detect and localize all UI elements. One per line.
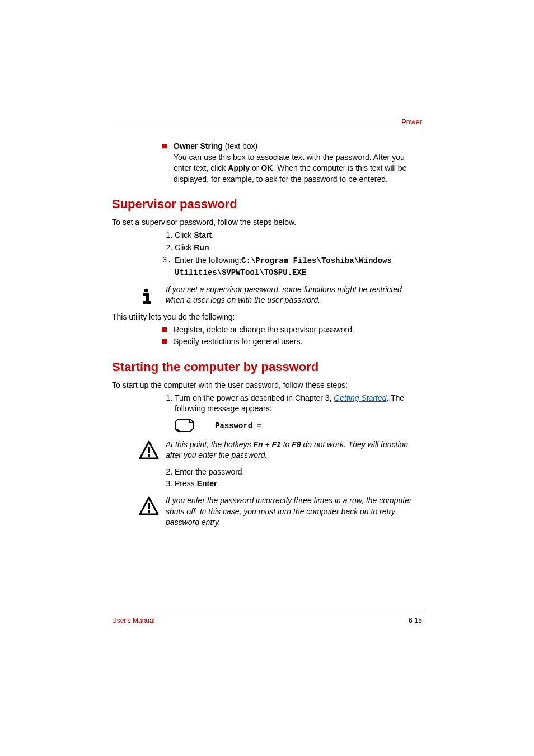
supervisor-steps: Click Start. Click Run.	[162, 230, 422, 253]
page-content: Owner String (text box) You can use this…	[112, 140, 422, 533]
supervisor-bullet-1: Register, delete or change the superviso…	[162, 325, 422, 336]
supervisor-bullet-1-text: Register, delete or change the superviso…	[174, 325, 422, 336]
starting-step-3: Press Enter.	[175, 478, 422, 490]
owner-string-title-rest: (text box)	[223, 142, 257, 151]
warning-1-text: At this point, the hotkeys Fn + F1 to F9…	[166, 439, 422, 461]
step2-bold: Run	[194, 243, 209, 252]
header-section-label: Power	[401, 118, 422, 126]
step3-body: Enter the following:C:\Program Files\Tos…	[175, 255, 422, 278]
st3-bold: Enter	[197, 479, 217, 488]
manual-page: Power Owner String (text box) You can us…	[0, 0, 534, 756]
header-rule	[112, 129, 422, 129]
owner-string-bullet: Owner String (text box) You can use this…	[162, 141, 422, 185]
bullet-icon	[162, 144, 167, 148]
bullet-icon	[162, 327, 167, 332]
supervisor-bullet-2-text: Specify restrictions for general users.	[174, 336, 422, 348]
svg-rect-6	[148, 447, 150, 453]
owner-string-ok: OK	[261, 163, 273, 172]
starting-intro: To start up the computer with the user p…	[112, 380, 422, 391]
owner-string-title-bold: Owner String	[174, 142, 223, 151]
supervisor-heading: Supervisor password	[112, 197, 422, 212]
step2-post: .	[209, 243, 211, 252]
w1-f9: F9	[292, 440, 301, 449]
info-callout: If you set a supervisor password, some f…	[139, 284, 422, 307]
supervisor-step-3: 3. Enter the following:C:\Program Files\…	[162, 255, 422, 278]
step2-pre: Click	[175, 243, 194, 252]
supervisor-step-1: Click Start.	[175, 230, 422, 241]
warning-2-text: If you enter the password incorrectly th…	[166, 495, 422, 528]
footer-right: 6-15	[409, 617, 422, 624]
supervisor-bullet-2: Specify restrictions for general users.	[162, 336, 422, 348]
st3-post: .	[217, 479, 219, 488]
svg-point-0	[144, 288, 148, 292]
warning-callout-2: If you enter the password incorrectly th…	[139, 495, 422, 528]
info-icon	[139, 285, 159, 307]
utility-line: This utility lets you do the following:	[112, 312, 422, 322]
svg-rect-3	[143, 301, 151, 304]
paper-icon	[175, 418, 197, 434]
step1-bold: Start	[194, 231, 212, 240]
warning-icon	[139, 496, 159, 518]
step1-pre: Click	[175, 231, 194, 240]
owner-string-apply: Apply	[228, 163, 250, 172]
step1-post: .	[212, 231, 214, 240]
w1-f1: F1	[272, 440, 281, 449]
svg-rect-2	[146, 293, 149, 302]
starting-heading: Starting the computer by password	[112, 360, 422, 374]
w1-plus: +	[263, 440, 272, 449]
svg-rect-9	[148, 503, 150, 509]
step3-num: 3.	[162, 255, 175, 278]
warning-callout-1: At this point, the hotkeys Fn + F1 to F9…	[139, 439, 422, 462]
owner-string-mid: or	[250, 163, 261, 172]
getting-started-link[interactable]: Getting Started	[334, 393, 386, 402]
supervisor-step-2: Click Run.	[175, 242, 422, 253]
footer-left: User's Manual	[112, 617, 154, 624]
warning-icon	[139, 440, 159, 462]
password-prompt-block: Password =	[175, 418, 422, 434]
starting-steps-a: Turn on the power as described in Chapte…	[162, 393, 422, 415]
starting-step-1: Turn on the power as described in Chapte…	[175, 393, 422, 415]
bullet-icon	[162, 339, 167, 344]
owner-string-text: Owner String (text box) You can use this…	[174, 141, 422, 185]
st1-pre: Turn on the power as described in Chapte…	[175, 393, 334, 402]
w1-mid: to	[281, 440, 292, 449]
st3-pre: Press	[175, 479, 197, 488]
footer-rule	[112, 613, 422, 613]
w1-fn: Fn	[253, 440, 263, 449]
step3-pre: Enter the following:	[175, 256, 241, 265]
w1-pre: At this point, the hotkeys	[166, 440, 253, 449]
starting-step-2: Enter the password.	[175, 467, 422, 478]
supervisor-intro: To set a supervisor password, follow the…	[112, 217, 422, 228]
password-prompt-text: Password =	[215, 421, 262, 430]
svg-rect-7	[148, 454, 150, 457]
starting-steps-b: Enter the password. Press Enter.	[162, 467, 422, 490]
svg-rect-10	[148, 510, 150, 513]
info-text: If you set a supervisor password, some f…	[166, 284, 422, 306]
